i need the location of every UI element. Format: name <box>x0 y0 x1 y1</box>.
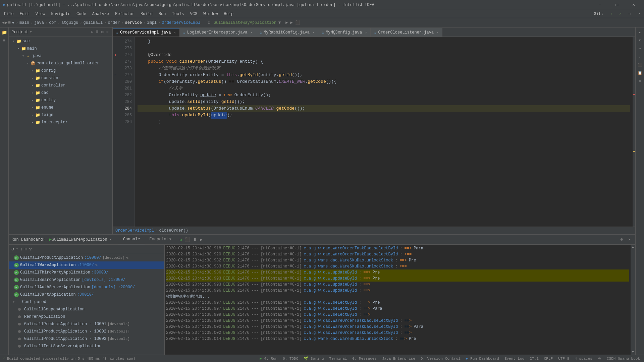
bc-classname[interactable]: OrderServiceImpl <box>162 20 200 25</box>
right-icon-2[interactable]: ▼ <box>636 37 644 44</box>
code-content[interactable]: } @Override public void closeOrder(Order… <box>135 37 633 227</box>
run-item-renren[interactable]: RenrenApplication <box>9 313 164 320</box>
right-icon-3[interactable]: ⌨ <box>636 45 644 52</box>
menu-navigate[interactable]: Navigate <box>48 11 73 17</box>
run-item-product-10002[interactable]: GulimallProductApplication - 10002 [devt… <box>9 328 164 335</box>
project-dropdown[interactable]: ▾ <box>30 29 32 35</box>
run-list-refresh[interactable]: ↺ <box>11 247 14 252</box>
tree-item-dao[interactable]: ▸ 📁 dao <box>9 89 112 97</box>
collapse-all-icon[interactable]: ≡ <box>95 29 99 35</box>
menu-vcs[interactable]: VCS <box>187 11 200 17</box>
pause-icon[interactable]: ⏸ <box>192 236 198 243</box>
menu-run[interactable]: Run <box>156 11 169 17</box>
settings-panel-icon[interactable]: ⚙ <box>619 236 625 243</box>
bc-main[interactable]: main <box>19 20 29 25</box>
bc-project[interactable]: ⊞ <box>8 20 10 25</box>
menu-edit[interactable]: Edit <box>17 11 32 17</box>
todo-status-bar[interactable]: 6: TODO <box>281 357 300 361</box>
spring-status-bar[interactable]: 🌱 Spring <box>302 356 325 361</box>
rerun-icon[interactable]: ↺ <box>178 236 183 243</box>
menu-window[interactable]: Window <box>201 11 220 17</box>
bc-arrow-back[interactable]: ◀ <box>2 20 4 25</box>
settings-icon[interactable]: ⚙ <box>100 29 105 35</box>
tree-item-main[interactable]: ▾ 📁 main <box>9 45 112 52</box>
tree-item-enume[interactable]: ▸ 📁 enume <box>9 104 112 111</box>
git-commit[interactable]: ✓ <box>616 11 624 17</box>
edit-ware-icon[interactable]: ✎ <box>95 263 98 268</box>
encoding[interactable]: UTF-8 <box>557 357 571 361</box>
java-enterprise-status[interactable]: Java Enterprise <box>381 357 417 361</box>
tree-item-entity[interactable]: ▸ 📁 entity <box>9 97 112 104</box>
run-item-product[interactable]: ▶ GulimallProductApplication :10000/ [de… <box>9 254 164 261</box>
right-icon-1[interactable]: ▲ <box>636 29 644 36</box>
menu-help[interactable]: Help <box>221 11 236 17</box>
run-status-bar[interactable]: ▶ 4: Run <box>258 356 279 361</box>
structure-icon[interactable]: ≡ <box>1 37 8 44</box>
tab-close-4[interactable]: ✕ <box>365 31 367 35</box>
right-icon-4[interactable]: ↕ <box>636 53 644 60</box>
bc-gulimall[interactable]: gulimall <box>84 20 103 25</box>
git-update[interactable]: ↑ <box>607 11 615 17</box>
resume-icon[interactable]: ▶ <box>199 236 204 243</box>
tree-item-constant[interactable]: ▸ 📁 constant <box>9 74 112 82</box>
bc-impl[interactable]: impl <box>147 20 157 25</box>
run-item-cart[interactable]: ▶ GulimallCartApplication :30010/ <box>9 291 164 298</box>
menu-refactor[interactable]: Refactor <box>112 11 137 17</box>
tree-item-package[interactable]: ▾ 📦 com.atguigu.gulimall.order <box>9 60 112 67</box>
indent-spaces[interactable]: 4 spaces <box>573 357 594 361</box>
run-dashboard-status[interactable]: ▶ Run Dashboard <box>465 356 500 361</box>
console-scrollbar[interactable]: ▲ ▼ <box>631 245 635 355</box>
run-list-down[interactable]: ↓ <box>20 247 22 252</box>
scroll-down-icon[interactable]: ▼ <box>632 350 634 354</box>
run-item-ware[interactable]: ▶ GulimallWareApplication :11000/ ✎ <box>9 261 164 269</box>
run-item-search[interactable]: ▶ GulimallSearchApplication [devtools] :… <box>9 276 164 284</box>
tree-item-java[interactable]: ▾ ☕ java <box>9 52 112 60</box>
bc-com[interactable]: com <box>49 20 56 25</box>
menu-build[interactable]: Build <box>138 11 155 17</box>
tab-endpoints[interactable]: Endpoints <box>145 235 176 244</box>
tree-item-interceptor[interactable]: ▸ 📁 interceptor <box>9 119 112 126</box>
run-list-grid[interactable]: ⊞ <box>25 247 27 252</box>
project-icon[interactable]: 📁 <box>1 29 8 36</box>
menu-view[interactable]: View <box>33 11 48 17</box>
close-button[interactable]: ✕ <box>626 0 641 10</box>
bc-method[interactable]: closeOrder() <box>159 228 188 233</box>
tab-console[interactable]: Console <box>118 235 145 244</box>
tab-myrabbitconfig[interactable]: ☕ MyRabbitConfig.java ✕ <box>256 28 318 37</box>
terminal-status-bar[interactable]: Terminal <box>328 357 348 361</box>
menu-file[interactable]: File <box>1 11 16 17</box>
close-sidebar-icon[interactable]: ✕ <box>105 29 110 35</box>
menu-code[interactable]: Code <box>74 11 89 17</box>
run-item-coupon[interactable]: GulimallCouponApplication <box>9 306 164 313</box>
bc-atguigu[interactable]: atguigu <box>61 20 78 25</box>
bc-order[interactable]: order <box>108 20 120 25</box>
line-ending[interactable]: CRLF <box>543 357 554 361</box>
run-item-configured[interactable]: ▾ Configured <box>9 298 164 306</box>
right-icon-7[interactable]: ✕ <box>636 77 644 84</box>
run-item-product-10003[interactable]: GulimallProductApplication - 10003 [devt… <box>9 335 164 343</box>
tab-loginuserinterceptor[interactable]: ☕ LoginUserInterceptor.java ✕ <box>180 28 256 37</box>
tree-item-config[interactable]: ▸ 📁 config <box>9 67 112 74</box>
bc-arrow-fwd[interactable]: ▶ <box>5 20 7 25</box>
menu-tools[interactable]: Tools <box>169 11 187 17</box>
tab-close-3[interactable]: ✕ <box>313 31 315 35</box>
right-icon-5[interactable]: ⬛ <box>636 61 644 68</box>
run-item-auth[interactable]: ▶ GulimallAuthServerApplication [devtool… <box>9 284 164 291</box>
minimize-button[interactable]: ─ <box>592 0 608 10</box>
stop-icon[interactable]: ⬛ <box>184 236 191 243</box>
run-list-up[interactable]: ↑ <box>16 247 18 252</box>
tab-close-5[interactable]: ✕ <box>437 31 439 35</box>
tree-item-src[interactable]: ▾ 📁 src <box>9 38 112 45</box>
run-item-product-10001[interactable]: GulimallProductApplication - 10001 [devt… <box>9 320 164 328</box>
locate-file-icon[interactable]: ⊕ <box>90 29 94 35</box>
menu-analyze[interactable]: Analyze <box>90 11 112 17</box>
git-push[interactable]: → <box>626 11 634 17</box>
tab-orderserviceimpl[interactable]: ☕ OrderServiceImpl.java ✕ <box>113 28 180 37</box>
bc-service[interactable]: service <box>125 20 142 25</box>
tab-close-1[interactable]: ✕ <box>174 31 176 35</box>
event-log-status[interactable]: Event Log <box>503 357 526 361</box>
breakpoint-276[interactable]: ● <box>114 53 116 57</box>
tree-item-controller[interactable]: ▸ 📁 controller <box>9 82 112 89</box>
run-app-close[interactable]: ✕ <box>109 237 112 242</box>
bc-java[interactable]: java <box>34 20 44 25</box>
